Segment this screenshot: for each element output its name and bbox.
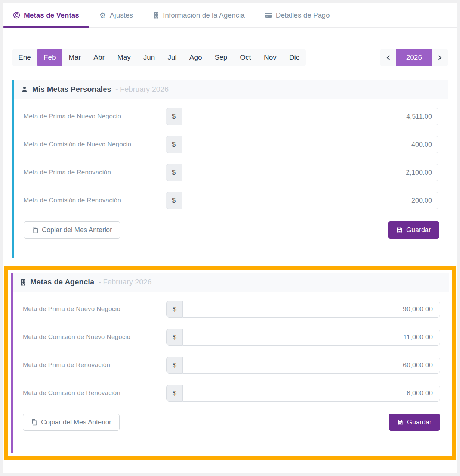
field-row: Meta de Prima de Renovación $: [24, 164, 439, 181]
field-row: Meta de Prima de Nuevo Negocio $: [23, 301, 440, 318]
currency-input-group: $: [166, 108, 439, 125]
currency-prefix: $: [166, 357, 182, 374]
personal-goals-section: Mis Metas Personales - February 2026 Met…: [12, 80, 448, 258]
field-label: Meta de Comisión de Nuevo Negocio: [24, 141, 131, 148]
next-year-button[interactable]: [432, 49, 448, 66]
tab-label: Detalles de Pago: [276, 11, 330, 19]
tab-label: Información de la Agencia: [163, 11, 245, 19]
section-subtitle: - February 2026: [115, 85, 169, 94]
currency-input-group: $: [166, 385, 440, 402]
section-header: Metas de Agencia - February 2026: [13, 273, 449, 292]
building-icon: [20, 279, 26, 286]
field-label: Meta de Comisión de Renovación: [23, 389, 120, 397]
save-button-label: Guardar: [406, 226, 431, 234]
currency-input-group: $: [166, 164, 439, 181]
tab-metas-de-ventas[interactable]: Metas de Ventas: [3, 3, 89, 27]
gear-icon: ⚙: [99, 12, 106, 19]
month-mar[interactable]: Mar: [62, 49, 87, 66]
section-title: Mis Metas Personales: [32, 85, 111, 94]
field-row: Meta de Comisión de Renovación $: [24, 192, 439, 209]
month-ene[interactable]: Ene: [12, 49, 37, 66]
field-label: Meta de Prima de Renovación: [23, 361, 110, 369]
tab-informacion-agencia[interactable]: Información de la Agencia: [143, 3, 255, 27]
field-row: Meta de Comisión de Nuevo Negocio $: [23, 329, 440, 346]
building-icon: [153, 12, 159, 19]
personal-renewal-commission-input[interactable]: [182, 192, 439, 209]
main-card: Metas de Ventas ⚙ Ajustes Información de…: [3, 3, 457, 473]
agency-highlight-box: Metas de Agencia - February 2026 Meta de…: [4, 266, 456, 460]
button-row: Copiar del Mes Anterior Guardar: [23, 414, 440, 431]
currency-prefix: $: [166, 329, 182, 346]
copy-button-label: Copiar del Mes Anterior: [41, 419, 111, 426]
field-label: Meta de Comisión de Nuevo Negocio: [23, 333, 130, 341]
personal-save-button[interactable]: Guardar: [388, 221, 439, 239]
month-may[interactable]: May: [111, 49, 137, 66]
save-icon: [396, 227, 402, 233]
currency-input-group: $: [166, 192, 439, 209]
copy-button-label: Copiar del Mes Anterior: [42, 226, 112, 234]
chevron-right-icon: [438, 55, 442, 60]
tab-bar: Metas de Ventas ⚙ Ajustes Información de…: [3, 3, 457, 28]
currency-prefix: $: [166, 385, 182, 402]
credit-card-icon: [265, 12, 272, 18]
tab-ajustes[interactable]: ⚙ Ajustes: [89, 3, 143, 27]
copy-icon: [32, 227, 38, 233]
currency-prefix: $: [166, 136, 182, 153]
target-icon: [13, 12, 20, 19]
section-title: Metas de Agencia: [30, 278, 94, 286]
year-selector: 2026: [380, 49, 448, 66]
agency-renewal-commission-input[interactable]: [182, 385, 440, 402]
field-label: Meta de Prima de Renovación: [24, 169, 111, 176]
month-ago[interactable]: Ago: [183, 49, 209, 66]
agency-new-business-commission-input[interactable]: [182, 329, 440, 346]
currency-prefix: $: [166, 164, 182, 181]
currency-input-group: $: [166, 357, 440, 374]
field-label: Meta de Comisión de Renovación: [24, 197, 121, 204]
field-row: Meta de Prima de Nuevo Negocio $: [24, 108, 439, 125]
agency-save-button[interactable]: Guardar: [389, 414, 440, 431]
chevron-left-icon: [386, 55, 390, 60]
save-button-label: Guardar: [407, 419, 432, 426]
section-subtitle: - February 2026: [98, 278, 151, 286]
period-toolbar: Ene Feb Mar Abr May Jun Jul Ago Sep Oct …: [12, 49, 448, 66]
month-feb-selected[interactable]: Feb: [37, 49, 62, 66]
month-abr[interactable]: Abr: [87, 49, 111, 66]
copy-previous-month-button[interactable]: Copiar del Mes Anterior: [24, 221, 120, 239]
personal-renewal-premium-input[interactable]: [182, 164, 439, 181]
currency-prefix: $: [166, 301, 182, 318]
section-header: Mis Metas Personales - February 2026: [14, 80, 448, 99]
month-sep[interactable]: Sep: [209, 49, 234, 66]
field-row: Meta de Comisión de Nuevo Negocio $: [24, 136, 439, 153]
section-body: Meta de Prima de Nuevo Negocio $ Meta de…: [14, 99, 448, 258]
currency-prefix: $: [166, 108, 182, 125]
month-jul[interactable]: Jul: [161, 49, 183, 66]
currency-prefix: $: [166, 192, 182, 209]
currency-input-group: $: [166, 329, 440, 346]
current-year-label: 2026: [396, 49, 432, 66]
save-icon: [397, 419, 403, 425]
month-dic[interactable]: Dic: [283, 49, 306, 66]
tab-label: Ajustes: [110, 11, 133, 19]
field-row: Meta de Comisión de Renovación $: [23, 385, 440, 402]
month-oct[interactable]: Oct: [234, 49, 257, 66]
currency-input-group: $: [166, 301, 440, 318]
field-row: Meta de Prima de Renovación $: [23, 357, 440, 374]
agency-new-business-premium-input[interactable]: [182, 301, 440, 318]
currency-input-group: $: [166, 136, 439, 153]
month-selector: Ene Feb Mar Abr May Jun Jul Ago Sep Oct …: [12, 49, 306, 66]
personal-new-business-commission-input[interactable]: [182, 136, 439, 153]
copy-previous-month-button[interactable]: Copiar del Mes Anterior: [23, 414, 120, 431]
previous-year-button[interactable]: [380, 49, 396, 66]
field-label: Meta de Prima de Nuevo Negocio: [23, 305, 120, 313]
copy-icon: [31, 419, 37, 426]
month-jun[interactable]: Jun: [137, 49, 161, 66]
month-nov[interactable]: Nov: [257, 49, 283, 66]
field-label: Meta de Prima de Nuevo Negocio: [24, 113, 121, 120]
personal-new-business-premium-input[interactable]: [182, 108, 439, 125]
agency-goals-section: Metas de Agencia - February 2026 Meta de…: [11, 273, 449, 453]
section-body: Meta de Prima de Nuevo Negocio $ Meta de…: [13, 292, 449, 453]
tab-detalles-pago[interactable]: Detalles de Pago: [255, 3, 340, 27]
person-icon: [21, 86, 28, 93]
button-row: Copiar del Mes Anterior Guardar: [24, 221, 439, 239]
agency-renewal-premium-input[interactable]: [182, 357, 440, 374]
